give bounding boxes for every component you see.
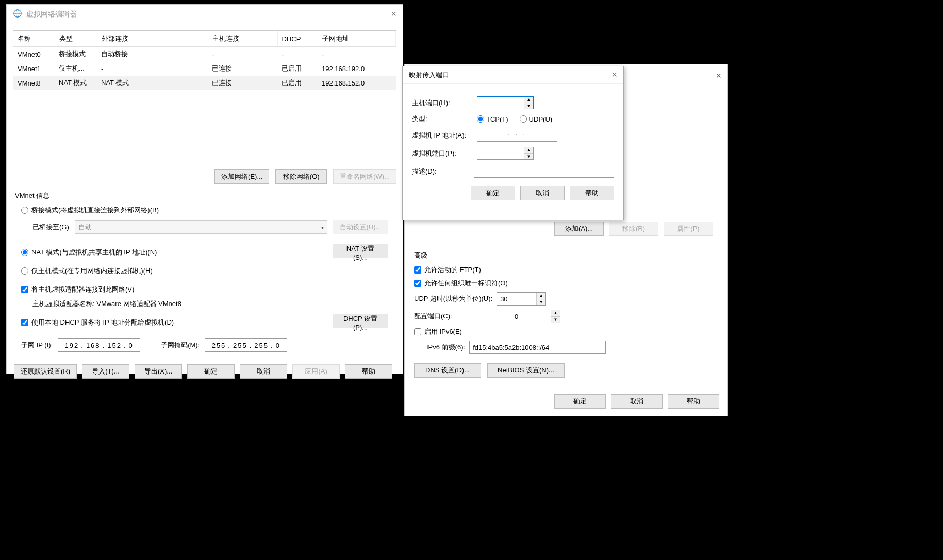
cell: NAT 模式	[97, 76, 208, 90]
nat-radio[interactable]	[21, 249, 28, 256]
allow-org-label: 允许任何组织唯一标识符(O)	[424, 279, 508, 288]
udp-text: UDP(U)	[529, 115, 553, 123]
add-network-button[interactable]: 添加网络(E)...	[214, 169, 269, 184]
subnet-mask-input[interactable]: 255. 255. 255. 0	[205, 338, 287, 352]
cancel-button[interactable]: 取消	[520, 186, 565, 200]
bridge-radio-row[interactable]: 桥接模式(将虚拟机直接连接到外部网络)(B)	[21, 206, 388, 215]
cell: 已启用	[277, 76, 318, 90]
enable-ipv6-checkbox[interactable]	[414, 328, 421, 335]
nat-settings-button[interactable]: NAT 设置(S)...	[333, 244, 388, 258]
spinner-icon[interactable]: ▲ ▼	[524, 147, 533, 159]
host-port-label: 主机端口(H):	[412, 98, 477, 108]
help-button[interactable]: 帮助	[668, 394, 719, 409]
tcp-radio[interactable]	[477, 115, 484, 123]
cancel-button[interactable]: 取消	[240, 364, 287, 379]
import-button[interactable]: 导入(T)...	[82, 364, 129, 379]
virtual-network-editor-dialog: 虚拟网络编辑器 × 名称 类型 外部连接 主机连接 DHCP 子网地址	[6, 4, 403, 374]
bridge-radio[interactable]	[21, 207, 28, 214]
col-subnet[interactable]: 子网地址	[318, 31, 396, 47]
ipv6-prefix-value: fd15:4ba5:5a2b:1008::/64	[473, 344, 549, 351]
add-button[interactable]: 添加(A)...	[554, 222, 604, 236]
col-type[interactable]: 类型	[55, 31, 97, 47]
pd-title-text: 映射传入端口	[409, 71, 449, 80]
type-label: 类型:	[412, 114, 477, 124]
cell: -	[97, 61, 208, 76]
allow-ftp-row[interactable]: 允许活动的 FTP(T)	[414, 265, 718, 275]
bridged-auto-value: 自动	[78, 223, 92, 232]
allow-ftp-checkbox[interactable]	[414, 266, 421, 274]
col-host[interactable]: 主机连接	[208, 31, 277, 47]
bg-bottom-buttons: 确定 取消 帮助	[554, 394, 719, 409]
close-icon[interactable]: ×	[716, 71, 721, 81]
ok-button[interactable]: 确定	[187, 364, 235, 379]
cancel-button[interactable]: 取消	[611, 394, 663, 409]
spinner-icon[interactable]: ▲▼	[551, 310, 560, 323]
subnet-mask-label: 子网掩码(M):	[161, 341, 200, 350]
dns-netbios-row: DNS 设置(D)... NetBIOS 设置(N)...	[414, 363, 718, 378]
col-dhcp[interactable]: DHCP	[277, 31, 318, 47]
ipv6-prefix-label: IPv6 前缀(6):	[426, 343, 465, 352]
use-dhcp-row[interactable]: 使用本地 DHCP 服务将 IP 地址分配给虚拟机(D) DHCP 设置(P).…	[21, 314, 388, 331]
udp-radio[interactable]	[520, 115, 527, 123]
close-icon[interactable]: ×	[391, 9, 396, 20]
netbios-settings-button[interactable]: NetBIOS 设置(N)...	[487, 363, 565, 378]
host-port-input[interactable]: ▲ ▼	[477, 96, 534, 109]
nat-radio-row[interactable]: NAT 模式(与虚拟机共享主机的 IP 地址)(N) NAT 设置(S)...	[21, 244, 388, 261]
ok-button[interactable]: 确定	[554, 394, 606, 409]
desc-value	[474, 165, 614, 177]
desc-row: 描述(D):	[412, 165, 614, 178]
connect-host-row[interactable]: 将主机虚拟适配器连接到此网络(V)	[21, 285, 388, 294]
udp-radio-label[interactable]: UDP(U)	[520, 115, 553, 123]
bridged-to-row: 已桥接至(G): 自动 ▾ 自动设置(U)...	[32, 220, 388, 234]
cell: -	[318, 47, 396, 62]
vne-titlebar: 虚拟网络编辑器 ×	[7, 5, 403, 24]
remove-network-button[interactable]: 移除网络(O)	[275, 169, 327, 184]
chevron-down-icon: ▾	[321, 225, 324, 230]
allow-org-checkbox[interactable]	[414, 280, 421, 287]
use-dhcp-label: 使用本地 DHCP 服务将 IP 地址分配给虚拟机(D)	[31, 318, 174, 327]
table-row[interactable]: VMnet0 桥接模式 自动桥接 - - -	[13, 47, 396, 62]
vmnet-info-panel: 桥接模式(将虚拟机直接连接到外部网络)(B) 已桥接至(G): 自动 ▾ 自动设…	[13, 206, 396, 352]
hostonly-radio[interactable]	[21, 267, 28, 275]
help-button[interactable]: 帮助	[570, 186, 614, 200]
ok-button[interactable]: 确定	[471, 186, 515, 200]
restore-defaults-button[interactable]: 还原默认设置(R)	[14, 364, 77, 379]
close-icon[interactable]: ×	[611, 70, 617, 80]
udp-timeout-value: 30	[497, 293, 536, 305]
table-row-selected[interactable]: VMnet8 NAT 模式 NAT 模式 已连接 已启用 192.168.152…	[13, 76, 396, 90]
desc-input[interactable]	[474, 165, 614, 178]
table-row[interactable]: VMnet1 仅主机... - 已连接 已启用 192.168.192.0	[13, 61, 396, 76]
col-name[interactable]: 名称	[13, 31, 55, 47]
use-dhcp-checkbox[interactable]	[21, 319, 28, 326]
enable-ipv6-row[interactable]: 启用 IPv6(E)	[414, 327, 718, 336]
cell: 192.168.192.0	[318, 61, 396, 76]
hostonly-radio-row[interactable]: 仅主机模式(在专用网络内连接虚拟机)(H)	[21, 266, 388, 276]
export-button[interactable]: 导出(X)...	[135, 364, 182, 379]
cfg-port-input[interactable]: 0 ▲▼	[511, 310, 560, 323]
port-mapping-dialog: 映射传入端口 × 主机端口(H): ▲ ▼ 类型: TCP(T) UDP(U) …	[402, 66, 624, 220]
col-ext[interactable]: 外部连接	[97, 31, 208, 47]
subnet-row: 子网 IP (I): 192. 168. 152. 0 子网掩码(M): 255…	[21, 338, 388, 352]
m-a: 255	[212, 342, 226, 349]
udp-timeout-input[interactable]: 30 ▲▼	[497, 292, 546, 306]
cell: VMnet0	[13, 47, 55, 62]
vm-ip-input[interactable]: . . .	[477, 129, 557, 142]
ipv6-prefix-input[interactable]: fd15:4ba5:5a2b:1008::/64	[469, 341, 606, 354]
help-button[interactable]: 帮助	[345, 364, 392, 379]
vm-port-input[interactable]: ▲ ▼	[477, 147, 534, 160]
port-forward-buttons: 添加(A)... 移除(R) 属性(P)	[554, 222, 713, 236]
table-button-row: 添加网络(E)... 移除网络(O) 重命名网络(W)...	[13, 169, 396, 184]
connect-host-checkbox[interactable]	[21, 286, 28, 293]
host-port-value	[477, 97, 524, 109]
tcp-radio-label[interactable]: TCP(T)	[477, 115, 508, 123]
spinner-icon[interactable]: ▲ ▼	[524, 97, 533, 109]
advanced-title: 高级	[414, 251, 718, 260]
host-port-row: 主机端口(H): ▲ ▼	[412, 96, 614, 109]
subnet-ip-input[interactable]: 192. 168. 152. 0	[58, 338, 140, 352]
vne-bottom-buttons: 还原默认设置(R) 导入(T)... 导出(X)... 确定 取消 应用(A) …	[13, 364, 396, 379]
dns-settings-button[interactable]: DNS 设置(D)...	[414, 363, 481, 378]
vm-ip-value: . . .	[507, 129, 527, 141]
spinner-icon[interactable]: ▲▼	[536, 293, 545, 305]
dhcp-settings-button[interactable]: DHCP 设置(P)...	[333, 314, 388, 328]
allow-org-row[interactable]: 允许任何组织唯一标识符(O)	[414, 279, 718, 288]
